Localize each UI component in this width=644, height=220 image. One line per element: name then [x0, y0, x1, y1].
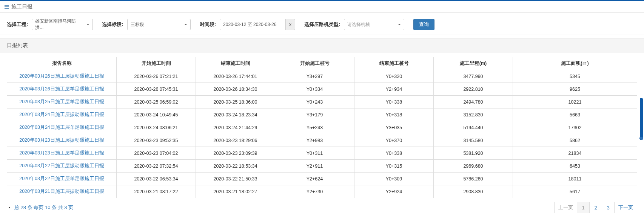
cell-start-time: 2020-03-22 06:53:34	[117, 173, 196, 185]
pagination-next[interactable]: 下一页	[614, 202, 637, 213]
project-label: 选择工程:	[7, 21, 28, 28]
cell-end-time: 2020-03-23 23:09:39	[196, 147, 275, 160]
cell-report-name: 2020年03月25日施工层羊足碾施工日报	[7, 96, 117, 108]
page-header: 施工日报	[0, 0, 644, 13]
cell-mileage: 2494.780	[434, 96, 513, 108]
cell-start-pile: Y2+624	[275, 173, 354, 185]
cell-start-pile: Y5+243	[275, 121, 354, 134]
cell-start-time: 2020-03-23 09:52:35	[117, 134, 196, 147]
project-select[interactable]: 雄安新区南拒马河防洪...	[32, 19, 93, 30]
cell-area: 10221	[513, 96, 637, 108]
cell-area: 17302	[513, 121, 637, 134]
cell-report-name: 2020年03月26日施工层羊足碾施工日报	[7, 83, 117, 96]
date-range-input[interactable]: 2020-03-12 至 2020-03-26	[220, 19, 285, 30]
cell-end-time: 2020-03-26 18:34:30	[196, 83, 275, 96]
cell-end-time: 2020-03-26 17:44:01	[196, 70, 275, 83]
machine-select-placeholder: 请选择机械	[347, 21, 370, 28]
section-select[interactable]: 三标段	[127, 19, 191, 30]
chevron-down-icon	[398, 24, 401, 25]
cell-end-time: 2020-03-24 21:44:29	[196, 121, 275, 134]
table-row: 2020年03月24日施工层羊足碾施工日报2020-03-24 08:06:21…	[7, 121, 637, 134]
chevron-down-icon	[184, 24, 187, 25]
cell-end-pile: Y0+318	[354, 108, 434, 121]
cell-start-time: 2020-03-25 06:59:02	[117, 96, 196, 108]
cell-area: 18011	[513, 173, 637, 185]
cell-end-pile: Y2+934	[354, 83, 434, 96]
cell-start-pile: Y2+730	[275, 185, 354, 198]
cell-start-time: 2020-03-26 07:45:31	[117, 83, 196, 96]
pagination-page-2[interactable]: 2	[589, 202, 602, 213]
pagination-summary: 总 28 条 每页 10 条 共 3 页	[14, 204, 73, 211]
scrollbar-track[interactable]	[640, 98, 643, 139]
pagination-page-1: 1	[577, 202, 590, 213]
table-footer: 总 28 条 每页 10 条 共 3 页 上一页123下一页	[0, 200, 644, 217]
table-row: 2020年03月23日施工层振动碾施工日报2020-03-23 09:52:35…	[7, 134, 637, 147]
report-link[interactable]: 2020年03月26日施工层羊足碾施工日报	[19, 86, 104, 92]
cell-report-name: 2020年03月23日施工层羊足碾施工日报	[7, 147, 117, 160]
section-title: 日报列表	[0, 38, 644, 53]
cell-area: 5862	[513, 134, 637, 147]
table-row: 2020年03月21日施工层振动碾施工日报2020-03-21 08:17:22…	[7, 185, 637, 198]
cell-end-time: 2020-03-23 18:29:06	[196, 134, 275, 147]
table-header-row: 报告名称 开始施工时间 结束施工时间 开始施工桩号 结束施工桩号 施工里程(m)…	[7, 57, 637, 70]
cell-start-time: 2020-03-24 10:49:45	[117, 108, 196, 121]
cell-start-pile: Y2+911	[275, 160, 354, 173]
table-row: 2020年03月22日施工层羊足碾施工日报2020-03-22 06:53:34…	[7, 173, 637, 185]
pagination-page-3[interactable]: 3	[602, 202, 615, 213]
cell-area: 5617	[513, 185, 637, 198]
report-link[interactable]: 2020年03月22日施工层振动碾施工日报	[19, 163, 104, 168]
report-link[interactable]: 2020年03月23日施工层羊足碾施工日报	[19, 150, 104, 156]
close-icon: x	[289, 22, 291, 27]
cell-area: 21834	[513, 147, 637, 160]
report-link[interactable]: 2020年03月25日施工层羊足碾施工日报	[19, 99, 104, 104]
cell-report-name: 2020年03月24日施工层振动碾施工日报	[7, 108, 117, 121]
col-report-name: 报告名称	[7, 57, 117, 70]
table-row: 2020年03月25日施工层羊足碾施工日报2020-03-25 06:59:02…	[7, 96, 637, 108]
cell-start-time: 2020-03-22 07:32:54	[117, 160, 196, 173]
pagination-prev: 上一页	[554, 202, 577, 213]
cell-start-time: 2020-03-24 08:06:21	[117, 121, 196, 134]
cell-report-name: 2020年03月21日施工层振动碾施工日报	[7, 185, 117, 198]
pagination-summary-list: 总 28 条 每页 10 条 共 3 页	[14, 204, 73, 211]
col-end-time: 结束施工时间	[196, 57, 275, 70]
cell-area: 6453	[513, 160, 637, 173]
report-link[interactable]: 2020年03月21日施工层振动碾施工日报	[19, 189, 104, 194]
date-range-group: 2020-03-12 至 2020-03-26 x	[220, 19, 295, 30]
cell-start-time: 2020-03-23 07:04:02	[117, 147, 196, 160]
col-mileage: 施工里程(m)	[434, 57, 513, 70]
list-icon	[5, 5, 9, 9]
cell-mileage: 3477.990	[434, 70, 513, 83]
section-label: 选择标段:	[102, 21, 123, 28]
col-start-pile: 开始施工桩号	[275, 57, 354, 70]
cell-mileage: 2969.680	[434, 160, 513, 173]
cell-start-time: 2020-03-26 07:21:21	[117, 70, 196, 83]
filter-bar: 选择工程: 雄安新区南拒马河防洪... 选择标段: 三标段 时间段: 2020-…	[0, 13, 644, 35]
col-end-pile: 结束施工桩号	[354, 57, 434, 70]
date-range-value: 2020-03-12 至 2020-03-26	[223, 21, 276, 28]
report-link[interactable]: 2020年03月24日施工层振动碾施工日报	[19, 112, 104, 117]
report-table: 报告名称 开始施工时间 结束施工时间 开始施工桩号 结束施工桩号 施工里程(m)…	[7, 57, 637, 198]
date-clear-button[interactable]: x	[285, 19, 295, 30]
scrollbar-thumb-icon[interactable]	[639, 136, 643, 140]
cell-end-pile: Y0+370	[354, 134, 434, 147]
cell-area: 9625	[513, 83, 637, 96]
report-link[interactable]: 2020年03月24日施工层羊足碾施工日报	[19, 125, 104, 130]
report-link[interactable]: 2020年03月22日施工层羊足碾施工日报	[19, 176, 104, 181]
cell-start-pile: Y3+297	[275, 70, 354, 83]
table-row: 2020年03月24日施工层振动碾施工日报2020-03-24 10:49:45…	[7, 108, 637, 121]
cell-area: 5345	[513, 70, 637, 83]
section-select-value: 三标段	[131, 21, 144, 28]
cell-end-pile: Y3+035	[354, 121, 434, 134]
report-link[interactable]: 2020年03月23日施工层振动碾施工日报	[19, 138, 104, 143]
query-button-label: 查询	[419, 21, 429, 27]
cell-end-pile: Y0+338	[354, 96, 434, 108]
cell-start-pile: Y3+179	[275, 108, 354, 121]
machine-label: 选择压路机类型:	[304, 21, 340, 28]
cell-area: 5663	[513, 108, 637, 121]
cell-end-time: 2020-03-22 18:53:34	[196, 160, 275, 173]
cell-start-pile: Y2+983	[275, 134, 354, 147]
table-wrap: 报告名称 开始施工时间 结束施工时间 开始施工桩号 结束施工桩号 施工里程(m)…	[0, 53, 644, 200]
report-link[interactable]: 2020年03月26日施工层振动碾施工日报	[19, 73, 104, 79]
query-button[interactable]: 查询	[413, 19, 434, 30]
machine-select[interactable]: 请选择机械	[344, 19, 404, 30]
